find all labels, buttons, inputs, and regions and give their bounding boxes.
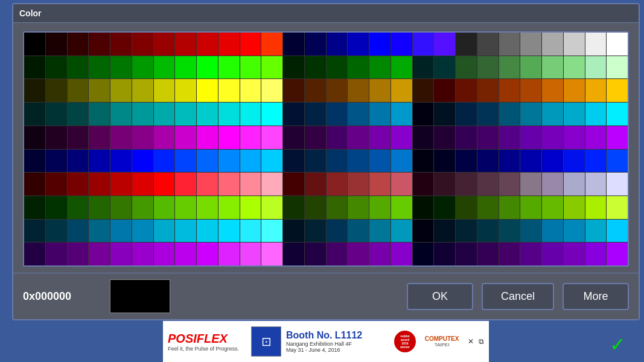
color-cell[interactable] xyxy=(261,196,282,219)
color-cell[interactable] xyxy=(327,56,348,79)
color-cell[interactable] xyxy=(607,56,628,79)
color-cell[interactable] xyxy=(434,103,455,125)
color-cell[interactable] xyxy=(369,220,391,243)
color-cell[interactable] xyxy=(434,243,455,265)
color-cell[interactable] xyxy=(132,79,153,102)
cancel-button[interactable]: Cancel xyxy=(482,283,554,310)
color-cell[interactable] xyxy=(305,220,326,243)
color-cell[interactable] xyxy=(542,196,563,219)
color-cell[interactable] xyxy=(89,103,110,125)
color-cell[interactable] xyxy=(154,220,175,243)
color-cell[interactable] xyxy=(477,243,499,265)
color-cell[interactable] xyxy=(327,103,348,125)
color-cell[interactable] xyxy=(218,196,240,219)
color-cell[interactable] xyxy=(68,33,89,56)
color-cell[interactable] xyxy=(68,220,89,243)
color-cell[interactable] xyxy=(327,33,348,56)
color-cell[interactable] xyxy=(132,126,153,149)
color-cell[interactable] xyxy=(283,243,304,265)
color-cell[interactable] xyxy=(348,56,369,79)
color-cell[interactable] xyxy=(585,243,607,265)
color-cell[interactable] xyxy=(413,220,434,243)
color-cell[interactable] xyxy=(240,33,261,56)
color-cell[interactable] xyxy=(305,173,326,195)
color-cell[interactable] xyxy=(520,243,541,265)
color-cell[interactable] xyxy=(348,33,369,56)
color-cell[interactable] xyxy=(434,150,455,173)
color-cell[interactable] xyxy=(542,220,563,243)
color-cell[interactable] xyxy=(499,196,520,219)
color-cell[interactable] xyxy=(261,243,282,265)
color-cell[interactable] xyxy=(154,243,175,265)
color-cell[interactable] xyxy=(564,103,585,125)
color-cell[interactable] xyxy=(240,56,261,79)
color-cell[interactable] xyxy=(305,196,326,219)
color-cell[interactable] xyxy=(68,173,89,195)
color-cell[interactable] xyxy=(499,126,520,149)
color-cell[interactable] xyxy=(24,103,45,125)
color-cell[interactable] xyxy=(585,103,607,125)
color-cell[interactable] xyxy=(477,33,499,56)
color-cell[interactable] xyxy=(434,56,455,79)
color-cell[interactable] xyxy=(327,220,348,243)
color-cell[interactable] xyxy=(327,79,348,102)
color-cell[interactable] xyxy=(261,56,282,79)
color-cell[interactable] xyxy=(499,173,520,195)
color-cell[interactable] xyxy=(327,173,348,195)
color-cell[interactable] xyxy=(477,220,499,243)
color-cell[interactable] xyxy=(110,56,132,79)
color-cell[interactable] xyxy=(456,126,477,149)
color-cell[interactable] xyxy=(24,243,45,265)
color-cell[interactable] xyxy=(24,79,45,102)
color-cell[interactable] xyxy=(89,196,110,219)
color-cell[interactable] xyxy=(175,150,196,173)
color-cell[interactable] xyxy=(520,126,541,149)
color-cell[interactable] xyxy=(520,220,541,243)
color-cell[interactable] xyxy=(283,33,304,56)
color-cell[interactable] xyxy=(218,103,240,125)
color-cell[interactable] xyxy=(132,56,153,79)
color-cell[interactable] xyxy=(607,33,628,56)
color-cell[interactable] xyxy=(542,126,563,149)
color-cell[interactable] xyxy=(499,220,520,243)
color-cell[interactable] xyxy=(391,196,412,219)
more-button[interactable]: More xyxy=(563,283,629,310)
color-cell[interactable] xyxy=(283,173,304,195)
color-cell[interactable] xyxy=(348,173,369,195)
color-cell[interactable] xyxy=(197,220,218,243)
color-cell[interactable] xyxy=(240,103,261,125)
color-cell[interactable] xyxy=(564,33,585,56)
color-cell[interactable] xyxy=(327,243,348,265)
color-cell[interactable] xyxy=(477,56,499,79)
color-cell[interactable] xyxy=(369,126,391,149)
color-cell[interactable] xyxy=(369,103,391,125)
color-cell[interactable] xyxy=(456,243,477,265)
color-cell[interactable] xyxy=(68,243,89,265)
color-cell[interactable] xyxy=(585,79,607,102)
color-cell[interactable] xyxy=(434,79,455,102)
color-cell[interactable] xyxy=(348,150,369,173)
color-cell[interactable] xyxy=(305,243,326,265)
color-cell[interactable] xyxy=(46,150,67,173)
color-cell[interactable] xyxy=(89,150,110,173)
color-cell[interactable] xyxy=(175,126,196,149)
color-cell[interactable] xyxy=(46,103,67,125)
color-cell[interactable] xyxy=(369,243,391,265)
color-cell[interactable] xyxy=(542,79,563,102)
color-cell[interactable] xyxy=(261,33,282,56)
color-cell[interactable] xyxy=(218,220,240,243)
color-cell[interactable] xyxy=(434,173,455,195)
color-cell[interactable] xyxy=(564,243,585,265)
color-cell[interactable] xyxy=(110,103,132,125)
color-cell[interactable] xyxy=(477,103,499,125)
color-cell[interactable] xyxy=(24,220,45,243)
color-cell[interactable] xyxy=(24,33,45,56)
color-cell[interactable] xyxy=(413,150,434,173)
color-cell[interactable] xyxy=(240,243,261,265)
color-cell[interactable] xyxy=(456,103,477,125)
color-cell[interactable] xyxy=(197,243,218,265)
color-cell[interactable] xyxy=(261,220,282,243)
color-cell[interactable] xyxy=(46,79,67,102)
color-cell[interactable] xyxy=(218,33,240,56)
color-cell[interactable] xyxy=(348,196,369,219)
